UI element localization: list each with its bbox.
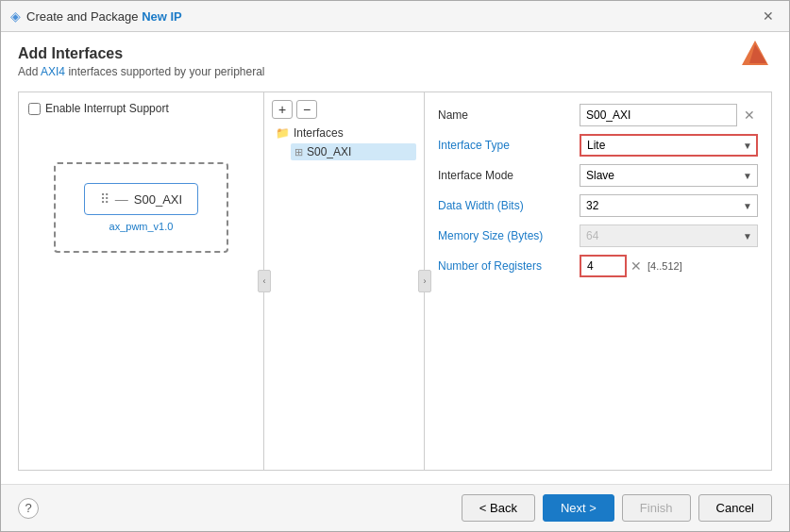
page-subtitle: Add AXI4 interfaces supported by your pe…	[18, 65, 772, 78]
num-registers-controls: ✕ [4..512]	[580, 255, 682, 277]
name-clear-button[interactable]: ✕	[741, 108, 758, 123]
middle-toolbar: + −	[272, 100, 416, 119]
module-name: S00_AXI	[134, 192, 182, 207]
module-block: ⠿ — S00_AXI	[84, 183, 198, 215]
memory-size-select[interactable]: 64	[580, 224, 758, 247]
subtitle-highlight: AXI4	[41, 65, 65, 78]
add-interface-button[interactable]: +	[272, 100, 293, 119]
interface-type-select[interactable]: Lite Full Stream	[580, 134, 758, 157]
back-button[interactable]: < Back	[462, 494, 535, 522]
name-input[interactable]	[580, 104, 737, 126]
interface-mode-select-wrapper: Slave Master ▼	[580, 164, 758, 187]
folder-label: Interfaces	[294, 126, 344, 140]
cancel-button[interactable]: Cancel	[698, 494, 772, 522]
tree-item-icon: ⊞	[294, 146, 303, 158]
close-button[interactable]: ✕	[757, 7, 780, 25]
data-width-select[interactable]: 32 64 128	[580, 194, 758, 217]
interface-type-select-wrapper: Lite Full Stream ▼	[580, 134, 758, 157]
footer-left: ?	[18, 498, 39, 519]
name-label: Name	[438, 108, 580, 122]
memory-size-select-wrapper: 64 ▼	[580, 224, 758, 247]
interface-type-label: Interface Type	[438, 139, 580, 152]
footer: ? < Back Next > Finish Cancel	[1, 484, 789, 531]
name-row: Name ✕	[438, 104, 758, 126]
interface-mode-row: Interface Mode Slave Master ▼	[438, 164, 758, 187]
num-registers-range: [4..512]	[647, 260, 682, 272]
window-title-highlight: New IP	[142, 9, 182, 24]
num-registers-input[interactable]	[580, 255, 627, 277]
interface-type-row: Interface Type Lite Full Stream ▼	[438, 134, 758, 157]
content-area: Add Interfaces Add AXI4 interfaces suppo…	[1, 32, 789, 484]
memory-size-row: Memory Size (Bytes) 64 ▼	[438, 224, 758, 247]
help-button[interactable]: ?	[18, 498, 39, 519]
data-width-row: Data Width (Bits) 32 64 128 ▼	[438, 194, 758, 217]
data-width-select-wrapper: 32 64 128 ▼	[580, 194, 758, 217]
main-window: ◈ Create and Package New IP ✕ Add Interf…	[0, 0, 790, 532]
title-bar: ◈ Create and Package New IP ✕	[1, 1, 789, 32]
module-label: ax_pwm_v1.0	[109, 221, 174, 232]
middle-panel: + − 📁 Interfaces ⊞ S00_AXI ›	[264, 92, 425, 470]
interface-mode-label: Interface Mode	[438, 169, 580, 182]
num-registers-clear-button[interactable]: ✕	[630, 258, 642, 274]
left-collapse-handle[interactable]: ‹	[258, 270, 271, 292]
memory-size-label: Memory Size (Bytes)	[438, 229, 580, 242]
footer-right: < Back Next > Finish Cancel	[462, 494, 772, 522]
page-title: Add Interfaces	[18, 45, 772, 62]
right-panel: Name ✕ Interface Type Lite Full Stream	[425, 92, 771, 470]
interrupt-checkbox-row: Enable Interrupt Support	[28, 102, 169, 115]
left-panel: Enable Interrupt Support ⠿ — S00_AXI ax_…	[19, 92, 264, 470]
folder-icon: 📁	[276, 126, 290, 140]
module-icon: ⠿	[100, 191, 109, 207]
interface-mode-select[interactable]: Slave Master	[580, 164, 758, 187]
module-box: ⠿ — S00_AXI ax_pwm_v1.0	[54, 162, 228, 253]
main-area: Enable Interrupt Support ⠿ — S00_AXI ax_…	[18, 91, 772, 471]
page-header: Add Interfaces Add AXI4 interfaces suppo…	[18, 45, 772, 78]
remove-interface-button[interactable]: −	[296, 100, 317, 119]
title-bar-left: ◈ Create and Package New IP	[10, 8, 182, 24]
num-registers-row: Number of Registers ✕ [4..512]	[438, 255, 758, 277]
module-minus-icon: —	[115, 191, 128, 207]
window-title: Create and Package New IP	[26, 9, 182, 24]
finish-button[interactable]: Finish	[622, 494, 691, 522]
interrupt-checkbox[interactable]	[28, 103, 41, 115]
num-registers-label: Number of Registers	[438, 259, 580, 273]
tree-item-label: S00_AXI	[307, 145, 351, 158]
data-width-label: Data Width (Bits)	[438, 199, 580, 212]
brand-logo	[740, 39, 770, 72]
next-button[interactable]: Next >	[543, 494, 614, 522]
interface-tree: 📁 Interfaces ⊞ S00_AXI	[272, 126, 416, 160]
tree-item-s00axi[interactable]: ⊞ S00_AXI	[291, 143, 416, 160]
window-icon: ◈	[10, 8, 21, 24]
interrupt-label: Enable Interrupt Support	[45, 102, 169, 115]
right-collapse-handle[interactable]: ›	[418, 270, 431, 292]
tree-folder: 📁 Interfaces	[276, 126, 416, 140]
